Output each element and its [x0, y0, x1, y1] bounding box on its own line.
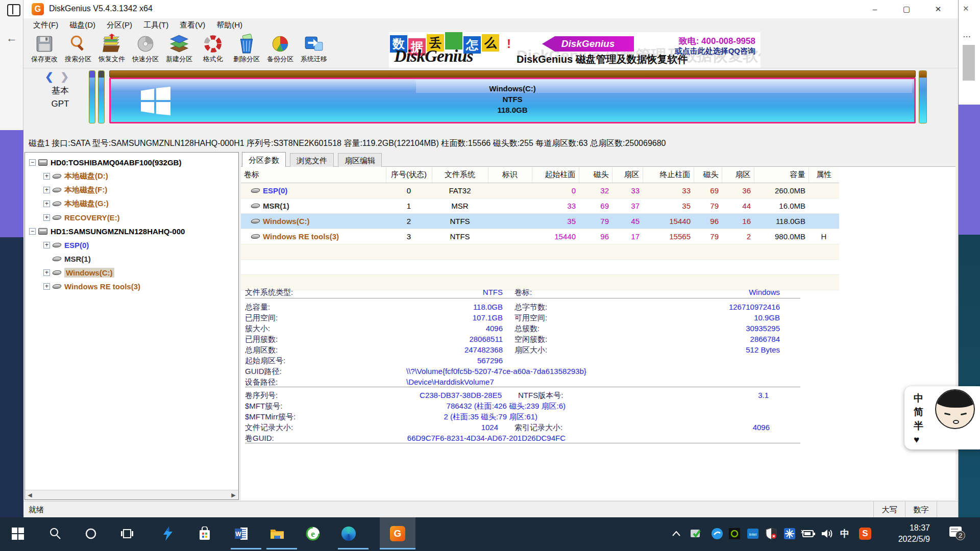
menu-file[interactable]: 文件(F) — [28, 18, 64, 32]
menu-partition[interactable]: 分区(P) — [101, 18, 138, 32]
ime-toolbar-widget[interactable]: 中 简 半 ♥ — [904, 386, 980, 449]
tray-intel-button[interactable]: intel — [745, 517, 761, 549]
background-close-icon[interactable]: ✕ — [963, 4, 969, 13]
expand-icon[interactable]: + — [43, 173, 50, 180]
esp-partition-bar[interactable] — [89, 70, 95, 123]
re-tools-partition-bar[interactable] — [919, 70, 927, 123]
tree-item-local-f[interactable]: + 本地磁盘(F:) — [25, 183, 238, 197]
col-start-cyl[interactable]: 起始柱面 — [532, 167, 579, 183]
col-filesystem[interactable]: 文件系统 — [432, 167, 488, 183]
ime-lang-chinese[interactable]: 中 — [914, 391, 923, 405]
tree-item-windows-c[interactable]: + Windows(C:) — [25, 266, 238, 280]
windows-partition-bar[interactable]: Windows(C:) NTFS 118.0GB — [109, 70, 916, 123]
taskbar-search-button[interactable] — [43, 517, 67, 549]
menu-disk[interactable]: 磁盘(D) — [64, 18, 101, 32]
expand-icon[interactable]: + — [43, 269, 50, 276]
expand-icon[interactable]: + — [43, 201, 50, 207]
col-flag[interactable]: 标识 — [488, 167, 532, 183]
expand-icon[interactable]: + — [43, 187, 50, 193]
tray-security-button[interactable] — [764, 517, 779, 549]
ime-halfwidth[interactable]: 半 — [914, 419, 923, 433]
col-end-sector[interactable]: 扇区 — [722, 167, 754, 183]
ime-favorite-icon[interactable]: ♥ — [914, 433, 923, 446]
expand-icon[interactable]: + — [43, 242, 50, 248]
tray-ime-indicator[interactable]: 中 — [837, 517, 852, 549]
col-end-head[interactable]: 磁头 — [694, 167, 722, 183]
col-seq[interactable]: 序号(状态) — [386, 167, 432, 183]
menu-view[interactable]: 查看(V) — [174, 18, 211, 32]
col-start-head[interactable]: 磁头 — [579, 167, 612, 183]
format-button[interactable]: 格式化 — [196, 33, 230, 67]
backup-partition-button[interactable]: 备份分区 — [263, 33, 297, 67]
tree-horizontal-scrollbar[interactable]: ◀ ▶ — [25, 490, 238, 499]
edge-browser-button[interactable] — [337, 517, 360, 549]
tray-snowflake-button[interactable] — [782, 517, 797, 549]
save-changes-button[interactable]: 保存更改 — [28, 33, 61, 67]
collapse-icon[interactable]: − — [29, 159, 36, 166]
tree-item-hd1[interactable]: − HD1:SAMSUNGMZNLN128HAHQ-000 — [25, 224, 238, 238]
expand-icon[interactable]: + — [43, 214, 50, 221]
status-resize-grip[interactable] — [937, 502, 958, 517]
msr-partition-bar[interactable] — [98, 70, 105, 123]
scrollbar-thumb[interactable] — [963, 45, 975, 81]
tray-power-button[interactable] — [800, 517, 816, 549]
notification-center-button[interactable]: 2 — [949, 527, 963, 539]
back-arrow-icon[interactable]: ← — [6, 32, 17, 45]
table-row-msr[interactable]: MSR(1) 1 MSR 33 69 37 35 79 44 16.0MB — [241, 198, 839, 213]
tray-volume-button[interactable] — [820, 517, 835, 549]
col-attr[interactable]: 属性 — [808, 167, 839, 183]
tree-item-hd0[interactable]: − HD0:TOSHIBAMQ04ABF100(932GB) — [25, 156, 238, 169]
table-row-esp[interactable]: ESP(0) 0 FAT32 0 32 33 33 69 36 260.0MB — [241, 183, 839, 198]
tree-item-recovery-e[interactable]: + RECOVERY(E:) — [25, 211, 238, 224]
recover-files-button[interactable]: 恢复文件 — [95, 33, 129, 67]
scroll-left-icon[interactable]: ◀ — [25, 490, 35, 499]
ime-simplified[interactable]: 简 — [914, 405, 923, 419]
menu-tools[interactable]: 工具(T) — [138, 18, 174, 32]
new-partition-button[interactable]: 新建分区 — [162, 33, 196, 67]
task-view-button[interactable] — [115, 517, 139, 549]
cortana-button[interactable] — [79, 517, 103, 549]
file-explorer-button[interactable] — [265, 517, 289, 549]
scroll-right-icon[interactable]: ▶ — [229, 490, 238, 499]
quick-partition-button[interactable]: 快速分区 — [129, 33, 162, 67]
word-app-button[interactable]: W — [230, 517, 253, 549]
tree-item-esp[interactable]: + ESP(0) — [25, 238, 238, 252]
minimize-button[interactable]: – — [859, 0, 891, 18]
start-button[interactable] — [6, 517, 30, 549]
store-app-button[interactable] — [193, 517, 216, 549]
thunder-app-button[interactable] — [156, 517, 180, 549]
background-menu-icon[interactable]: ⋯ — [963, 32, 971, 41]
delete-partition-button[interactable]: 删除分区 — [230, 33, 263, 67]
table-row-windows-re[interactable]: Windows RE tools(3) 3 NTFS 15440 96 17 1… — [241, 229, 839, 244]
tray-chevron-button[interactable] — [669, 517, 684, 549]
maximize-button[interactable]: ▢ — [891, 0, 922, 18]
tree-item-local-d[interactable]: + 本地磁盘(D:) — [25, 169, 238, 183]
col-volume[interactable]: 卷标 — [241, 167, 386, 183]
browser-360-button[interactable]: e — [301, 517, 325, 549]
restore-window-icon[interactable] — [7, 4, 20, 16]
diskgenius-taskbar-button[interactable]: G — [380, 517, 415, 549]
tray-cloud-button[interactable] — [709, 517, 725, 549]
prev-disk-arrow-icon[interactable]: ❮ — [45, 71, 54, 82]
banner-ad[interactable]: DiskGenius 磁盘管理及数据恢复软件 数 据 丢 怎 么 ! DiskG… — [389, 32, 761, 68]
collapse-icon[interactable]: − — [29, 228, 36, 235]
menu-help[interactable]: 帮助(H) — [211, 18, 248, 32]
tray-antivirus-button[interactable] — [688, 517, 703, 549]
close-button[interactable]: ✕ — [922, 0, 954, 18]
system-migrate-button[interactable]: 系统迁移 — [297, 33, 331, 67]
table-row-windows-selected[interactable]: Windows(C:) 2 NTFS 35 79 45 15440 96 16 … — [241, 213, 839, 229]
expand-icon[interactable]: + — [43, 283, 50, 290]
tab-sector-edit[interactable]: 扇区编辑 — [338, 153, 382, 167]
next-disk-arrow-icon[interactable]: ❯ — [60, 71, 69, 82]
tab-browse-files[interactable]: 浏览文件 — [290, 153, 334, 167]
search-partition-button[interactable]: 搜索分区 — [61, 33, 95, 67]
tree-item-msr[interactable]: MSR(1) — [25, 252, 238, 266]
tab-partition-params[interactable]: 分区参数 — [242, 152, 286, 167]
tree-item-local-g[interactable]: + 本地磁盘(G:) — [25, 197, 238, 211]
tray-nvidia-button[interactable] — [727, 517, 742, 549]
tray-sogou-button[interactable]: S — [857, 517, 873, 549]
col-start-sector[interactable]: 扇区 — [612, 167, 643, 183]
col-capacity[interactable]: 容量 — [754, 167, 808, 183]
tree-item-windows-re[interactable]: + Windows RE tools(3) — [25, 280, 238, 293]
col-end-cyl[interactable]: 终止柱面 — [643, 167, 694, 183]
